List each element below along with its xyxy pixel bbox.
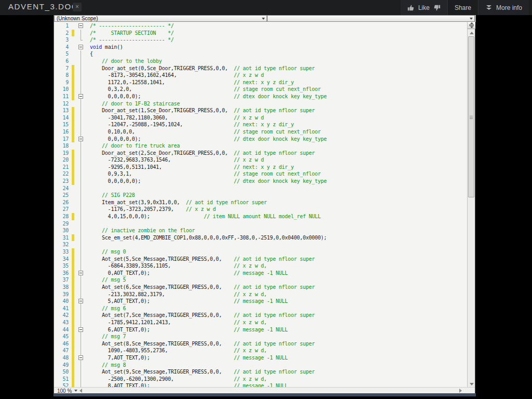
fold-collapse-icon[interactable]: [78, 355, 83, 360]
fold-margin: [74, 128, 86, 136]
code-line[interactable]: 34 Aot_set(5,Sce_Message,TRIGGER_PRESS,0…: [54, 256, 467, 263]
code-line[interactable]: 12 // door to 1F-B2 staircase: [54, 100, 467, 108]
code-lines[interactable]: 1/* ---------------------- */2/* STARTUP…: [54, 22, 467, 387]
code-line[interactable]: 50 Aot_set(9,Sce_Message,TRIGGER_PRESS,0…: [54, 368, 467, 376]
fold-collapse-icon[interactable]: [78, 94, 83, 99]
code-line[interactable]: 36 0,AOT_TEXT,0); // message -1 NULL: [54, 270, 467, 277]
code-line[interactable]: 4void main(): [54, 44, 467, 51]
code-line[interactable]: 8 -8173,-30543,1602,4164, // x z w d: [54, 72, 467, 79]
code-line[interactable]: 5{: [54, 50, 467, 58]
code-line[interactable]: 40 5,AOT_TEXT,0); // message -1 NULL: [54, 298, 467, 305]
code-line[interactable]: 38 Aot_set(6,Sce_Message,TRIGGER_PRESS,0…: [54, 284, 467, 291]
vertical-scroll-thumb[interactable]: [468, 36, 474, 197]
code-line[interactable]: 43 -1785,9412,1201,2413, // x z w d,: [54, 319, 467, 326]
fold-margin: [74, 362, 86, 369]
thumbs-up-icon[interactable]: [407, 4, 415, 11]
code-line[interactable]: 46 Aot_set(8,Sce_Message,TRIGGER_PRESS,0…: [54, 340, 467, 348]
code-line[interactable]: 7 Door_aot_set(0,Sce_Door,TRIGGER_PRESS,…: [54, 65, 467, 72]
fold-collapse-icon[interactable]: [78, 45, 83, 49]
line-number: 15: [54, 121, 72, 128]
thumbs-down-icon[interactable]: [433, 4, 441, 11]
code-line[interactable]: 48 7,AOT_TEXT,0); // message -1 NULL: [54, 354, 467, 362]
fold-margin: [74, 79, 86, 86]
more-info-label: More info: [496, 4, 522, 11]
code-line[interactable]: 52 8,AOT_TEXT,0); // message -1 NULL: [54, 382, 467, 387]
code-line[interactable]: 10 0,3,2,0, // stage room cut next_nfloo…: [54, 86, 467, 93]
code-line[interactable]: 19 Door_aot_set(2,Sce_Door,TRIGGER_PRESS…: [54, 150, 467, 157]
line-number: 26: [54, 199, 72, 206]
code-line[interactable]: 9 1172,0,-12558,1041, // next: x y z dir…: [54, 79, 467, 86]
code-line[interactable]: 37 // msg 5: [54, 276, 467, 284]
fold-margin: [74, 30, 86, 37]
fold-margin: [74, 220, 86, 228]
line-number: 1: [54, 22, 72, 30]
fold-collapse-icon[interactable]: [78, 23, 83, 28]
more-info-button[interactable]: More info: [478, 0, 529, 15]
code-line[interactable]: 44 6,AOT_TEXT,0); // message -1 NULL: [54, 326, 467, 334]
code-line[interactable]: 18 // door to fire truck area: [54, 142, 467, 150]
code-line[interactable]: 16 0,10,0,0, // stage room cut next_nflo…: [54, 128, 467, 136]
code-line[interactable]: 42 Aot_set(7,Sce_Message,TRIGGER_PRESS,0…: [54, 312, 467, 319]
code-line[interactable]: 11 0,0,0,0,0); // dtex door knock key ke…: [54, 93, 467, 100]
scroll-left-button[interactable]: [79, 389, 82, 393]
code-line[interactable]: 20 -7232,9683,3763,1546, // x z w d: [54, 156, 467, 164]
code-line[interactable]: 6 // door to the lobby: [54, 58, 467, 65]
code-line[interactable]: 47 1090,-4803,955,2736, // x z w d,: [54, 347, 467, 354]
fold-collapse-icon[interactable]: [78, 271, 83, 275]
members-dropdown[interactable]: [267, 15, 475, 22]
line-number: 6: [54, 58, 72, 65]
line-number: 20: [54, 156, 72, 164]
code-line[interactable]: 32: [54, 241, 467, 248]
line-number: 33: [54, 248, 72, 256]
fold-margin: [74, 382, 86, 387]
screenshot-viewer: ADVENT_3.DOG × Like Share More info: [0, 0, 532, 399]
code-line[interactable]: 26 Item_aot_set(3,9,0x31,0,0, // aot id …: [54, 199, 467, 206]
code-line[interactable]: 14 -3041,782,1180,3060, // x z w d: [54, 114, 467, 122]
fold-margin: [74, 58, 86, 65]
fold-margin: [74, 72, 86, 79]
code-line[interactable]: 29: [54, 220, 467, 228]
fold-margin: [74, 312, 86, 319]
line-number: 23: [54, 178, 72, 185]
scroll-up-button[interactable]: [468, 30, 475, 36]
code-line[interactable]: 23 0,0,0,0,0); // dtex door knock key ke…: [54, 178, 467, 185]
code-line[interactable]: 33 // msg 0: [54, 248, 467, 256]
line-number: 2: [54, 30, 72, 37]
code-line[interactable]: 1/* ---------------------- */: [54, 22, 467, 30]
scroll-down-button[interactable]: [468, 381, 475, 387]
line-number: 30: [54, 227, 72, 234]
code-line[interactable]: 22 0,9,3,1, // stage room cut next_nfloo…: [54, 170, 467, 178]
close-icon[interactable]: ×: [73, 3, 82, 11]
code-line[interactable]: 2/* STARTUP SECTION */: [54, 30, 467, 37]
fold-margin: [74, 170, 86, 178]
code-line[interactable]: 13 Door_aot_set(1,Sce_Door,TRIGGER_PRESS…: [54, 107, 467, 114]
code-line[interactable]: 45 // msg 7: [54, 333, 467, 340]
share-button[interactable]: Share: [447, 0, 478, 15]
code-line[interactable]: 39 -213,3032,882,3179, // x z w d,: [54, 291, 467, 298]
code-line[interactable]: 17 0,0,0,0,0); // dtex door knock key ke…: [54, 136, 467, 143]
code-line[interactable]: 15 -12047,-25088,-1945,1024, // next: x …: [54, 121, 467, 128]
code-line[interactable]: 51 -2500,-6200,1300,2900, // x z w d,: [54, 376, 467, 383]
like-button[interactable]: Like: [401, 0, 447, 15]
code-line[interactable]: 25 // SIG P228: [54, 192, 467, 199]
code-line[interactable]: 3/* ---------------------- */: [54, 36, 467, 44]
split-editor-handle[interactable]: [468, 22, 475, 29]
scope-dropdown[interactable]: (Unknown Scope): [54, 15, 267, 22]
line-number: 29: [54, 220, 72, 228]
vertical-scrollbar[interactable]: [467, 22, 475, 387]
like-label: Like: [418, 4, 430, 11]
fold-collapse-icon[interactable]: [78, 299, 83, 303]
code-line[interactable]: 41 // msg 6: [54, 305, 467, 312]
code-line[interactable]: 49 // msg 8: [54, 362, 467, 369]
fold-collapse-icon[interactable]: [78, 137, 83, 141]
code-line[interactable]: 28 4,0,15,0,0,0); // item NULL amount NU…: [54, 213, 467, 220]
code-line[interactable]: 35 -6864,3389,3356,1105, // x z w d,: [54, 262, 467, 270]
code-line[interactable]: 31 Sce_em_set(4,EMD_ZOMBIE_COP1,0x88,0,0…: [54, 234, 467, 242]
line-number: 32: [54, 241, 72, 248]
code-line[interactable]: 24: [54, 185, 467, 192]
code-line[interactable]: 21 -9295,0,5131,1041, // next: x y z dir…: [54, 164, 467, 171]
code-line[interactable]: 30 // inactive zombie on the floor: [54, 227, 467, 234]
fold-collapse-icon[interactable]: [78, 327, 83, 332]
code-line[interactable]: 27 -1176,-3723,2057,2379, // x z w d: [54, 206, 467, 213]
scroll-right-button[interactable]: [459, 389, 462, 393]
